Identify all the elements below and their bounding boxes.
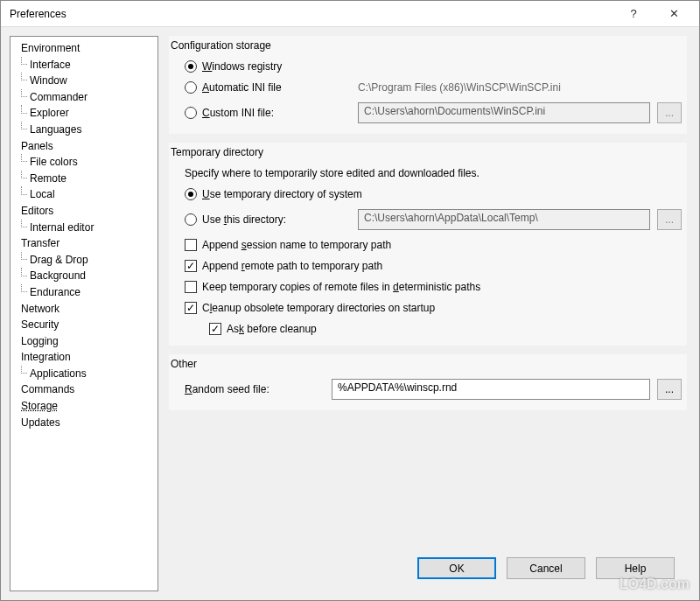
checkbox-label: Cleanup obsolete temporary directories o… — [202, 302, 435, 314]
tree-item-local[interactable]: Local — [14, 186, 158, 203]
checkbox-icon: ✓ — [185, 302, 197, 314]
dialog-body: EnvironmentInterfaceWindowCommanderExplo… — [1, 27, 699, 600]
cb-ask-cleanup[interactable]: ✓ Ask before cleanup — [209, 323, 682, 335]
cb-cleanup[interactable]: ✓ Cleanup obsolete temporary directories… — [185, 302, 682, 314]
radio-icon — [185, 60, 197, 73]
radio-temp-system[interactable]: Use temporary directory of system — [185, 188, 362, 200]
tree-item-languages[interactable]: Languages — [14, 122, 158, 138]
radio-custom-ini[interactable]: Custom INI file: — [185, 107, 351, 119]
temp-dir-desc: Specify where to temporarily store edite… — [185, 167, 682, 179]
help-button[interactable]: Help — [596, 557, 675, 579]
radio-windows-registry[interactable]: Windows registry — [185, 60, 351, 73]
tree-item-security[interactable]: Security — [14, 317, 158, 333]
radio-auto-ini[interactable]: Automatic INI file — [185, 81, 351, 94]
radio-icon — [185, 188, 197, 200]
checkbox-icon: ✓ — [185, 239, 197, 251]
radio-icon — [185, 107, 197, 119]
checkbox-icon: ✓ — [185, 281, 197, 293]
tree-item-interface[interactable]: Interface — [14, 57, 158, 73]
radio-label: Use temporary directory of system — [202, 188, 362, 200]
cancel-button[interactable]: Cancel — [507, 557, 585, 579]
auto-ini-path: C:\Program Files (x86)\WinSCP\WinSCP.ini — [358, 81, 682, 94]
tree-item-window[interactable]: Window — [14, 73, 158, 89]
titlebar: Preferences ? ✕ — [1, 1, 699, 27]
custom-ini-browse-button[interactable]: ... — [657, 102, 682, 123]
radio-icon — [185, 81, 197, 94]
ok-button[interactable]: OK — [417, 557, 496, 579]
other-group: Other Random seed file: %APPDATA%\winscp… — [169, 354, 687, 410]
tree-item-applications[interactable]: Applications — [14, 366, 158, 382]
content-pane: Configuration storage Windows registry A… — [169, 36, 690, 591]
tree-item-transfer[interactable]: Transfer — [14, 235, 158, 252]
cb-append-session[interactable]: ✓ Append session name to temporary path — [185, 239, 682, 251]
checkbox-icon: ✓ — [185, 260, 197, 272]
seed-browse-button[interactable]: ... — [657, 379, 682, 400]
other-title: Other — [169, 354, 687, 377]
checkbox-label: Ask before cleanup — [227, 323, 317, 335]
config-storage-group: Configuration storage Windows registry A… — [169, 36, 687, 134]
dialog-buttons: OK Cancel Help — [169, 549, 687, 591]
tree-item-panels[interactable]: Panels — [14, 138, 158, 155]
tree-item-storage[interactable]: Storage — [14, 398, 158, 415]
tree-item-editors[interactable]: Editors — [14, 203, 158, 220]
cb-append-remote[interactable]: ✓ Append remote path to temporary path — [185, 260, 682, 272]
custom-ini-input[interactable]: C:\Users\ahorn\Documents\WinSCP.ini — [358, 102, 650, 123]
tree-item-internal-editor[interactable]: Internal editor — [14, 220, 158, 236]
radio-temp-custom[interactable]: Use this directory: — [185, 213, 351, 226]
config-storage-title: Configuration storage — [169, 36, 687, 59]
tree-item-endurance[interactable]: Endurance — [14, 284, 158, 301]
cb-keep-copies[interactable]: ✓ Keep temporary copies of remote files … — [185, 281, 682, 293]
nav-tree[interactable]: EnvironmentInterfaceWindowCommanderExplo… — [10, 36, 158, 591]
checkbox-label: Append session name to temporary path — [202, 239, 391, 251]
checkbox-label: Append remote path to temporary path — [202, 260, 382, 272]
seed-label: Random seed file: — [185, 383, 325, 395]
tree-item-commander[interactable]: Commander — [14, 89, 158, 106]
tree-item-drag-drop[interactable]: Drag & Drop — [14, 252, 158, 269]
window-title: Preferences — [10, 8, 613, 20]
tree-item-network[interactable]: Network — [14, 301, 158, 318]
temp-dir-group: Temporary directory Specify where to tem… — [169, 143, 687, 346]
temp-dir-title: Temporary directory — [169, 143, 687, 165]
tree-item-logging[interactable]: Logging — [14, 333, 158, 350]
tree-item-background[interactable]: Background — [14, 268, 158, 284]
tree-item-environment[interactable]: Environment — [14, 40, 158, 57]
checkbox-label: Keep temporary copies of remote files in… — [202, 281, 480, 293]
preferences-dialog: Preferences ? ✕ EnvironmentInterfaceWind… — [0, 0, 700, 601]
radio-label: Windows registry — [202, 60, 282, 73]
temp-custom-input[interactable]: C:\Users\ahorn\AppData\Local\Temp\ — [358, 209, 650, 230]
temp-custom-browse-button[interactable]: ... — [657, 209, 682, 230]
tree-item-remote[interactable]: Remote — [14, 171, 158, 187]
radio-label: Automatic INI file — [202, 81, 282, 94]
close-icon[interactable]: ✕ — [654, 1, 694, 27]
tree-item-file-colors[interactable]: File colors — [14, 154, 158, 171]
tree-item-explorer[interactable]: Explorer — [14, 105, 158, 122]
tree-item-commands[interactable]: Commands — [14, 381, 158, 398]
radio-label: Custom INI file: — [202, 107, 274, 119]
radio-label: Use this directory: — [202, 213, 286, 226]
radio-icon — [185, 213, 197, 226]
seed-input[interactable]: %APPDATA%\winscp.rnd — [332, 379, 650, 400]
tree-item-integration[interactable]: Integration — [14, 349, 158, 366]
checkbox-icon: ✓ — [209, 323, 221, 335]
tree-item-updates[interactable]: Updates — [14, 415, 158, 431]
help-icon[interactable]: ? — [613, 1, 654, 27]
